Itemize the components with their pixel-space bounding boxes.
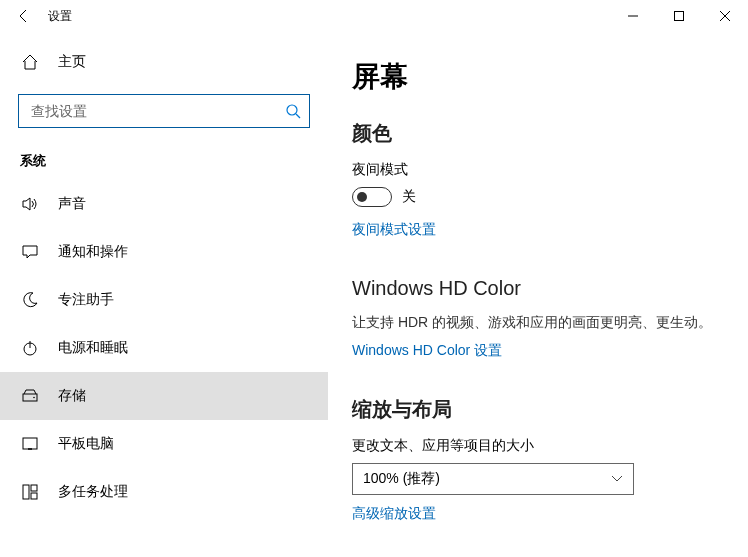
content: 屏幕 颜色 夜间模式 关 夜间模式设置 Windows HD Color 让支持…: [328, 32, 748, 557]
tablet-icon: [20, 434, 40, 454]
sidebar-item-focus[interactable]: 专注助手: [0, 276, 328, 324]
text-size-label: 更改文本、应用等项目的大小: [352, 437, 724, 455]
sidebar-item-multitask[interactable]: 多任务处理: [0, 468, 328, 516]
night-mode-toggle[interactable]: [352, 187, 392, 207]
drive-icon: [20, 386, 40, 406]
dropdown-value: 100% (推荐): [363, 470, 440, 488]
window-title: 设置: [44, 8, 72, 25]
sidebar-item-label: 平板电脑: [58, 435, 114, 453]
maximize-button[interactable]: [656, 0, 702, 32]
sidebar-item-label: 声音: [58, 195, 86, 213]
sidebar-item-label: 通知和操作: [58, 243, 128, 261]
sidebar-item-tablet[interactable]: 平板电脑: [0, 420, 328, 468]
home-label: 主页: [58, 53, 86, 71]
scale-dropdown[interactable]: 100% (推荐): [352, 463, 634, 495]
home-link[interactable]: 主页: [0, 42, 328, 82]
sidebar-item-storage[interactable]: 存储: [0, 372, 328, 420]
svg-rect-12: [23, 485, 29, 499]
svg-point-4: [287, 105, 297, 115]
sidebar-group-label: 系统: [0, 138, 328, 180]
svg-rect-14: [31, 493, 37, 499]
page-title: 屏幕: [352, 58, 724, 96]
svg-point-9: [33, 397, 35, 399]
sidebar-item-power[interactable]: 电源和睡眠: [0, 324, 328, 372]
svg-line-5: [296, 114, 300, 118]
minimize-button[interactable]: [610, 0, 656, 32]
svg-rect-8: [23, 394, 37, 401]
night-mode-label: 夜间模式: [352, 161, 724, 179]
svg-rect-10: [23, 438, 37, 449]
hdcolor-settings-link[interactable]: Windows HD Color 设置: [352, 342, 502, 360]
power-icon: [20, 338, 40, 358]
home-icon: [20, 52, 40, 72]
sidebar-item-label: 专注助手: [58, 291, 114, 309]
svg-rect-1: [675, 12, 684, 21]
sidebar-item-label: 电源和睡眠: [58, 339, 128, 357]
sidebar-item-notifications[interactable]: 通知和操作: [0, 228, 328, 276]
section-scale-heading: 缩放与布局: [352, 396, 724, 423]
close-button[interactable]: [702, 0, 748, 32]
moon-icon: [20, 290, 40, 310]
sidebar: 主页 系统 声音 通知和操作: [0, 32, 328, 557]
toggle-state: 关: [402, 188, 416, 206]
hdcolor-desc: 让支持 HDR 的视频、游戏和应用的画面更明亮、更生动。: [352, 314, 724, 332]
speaker-icon: [20, 194, 40, 214]
message-icon: [20, 242, 40, 262]
back-button[interactable]: [4, 0, 44, 32]
search-icon: [285, 103, 301, 119]
svg-rect-13: [31, 485, 37, 491]
multitask-icon: [20, 482, 40, 502]
window-controls: [610, 0, 748, 32]
search-input[interactable]: [31, 103, 285, 119]
advanced-scale-link[interactable]: 高级缩放设置: [352, 505, 436, 523]
toggle-knob: [357, 192, 367, 202]
section-hdcolor-heading: Windows HD Color: [352, 277, 724, 300]
section-color-heading: 颜色: [352, 120, 724, 147]
chevron-down-icon: [611, 475, 623, 483]
night-mode-settings-link[interactable]: 夜间模式设置: [352, 221, 436, 239]
sidebar-item-sound[interactable]: 声音: [0, 180, 328, 228]
sidebar-item-label: 存储: [58, 387, 86, 405]
search-box[interactable]: [18, 94, 310, 128]
sidebar-item-label: 多任务处理: [58, 483, 128, 501]
titlebar: 设置: [0, 0, 748, 32]
